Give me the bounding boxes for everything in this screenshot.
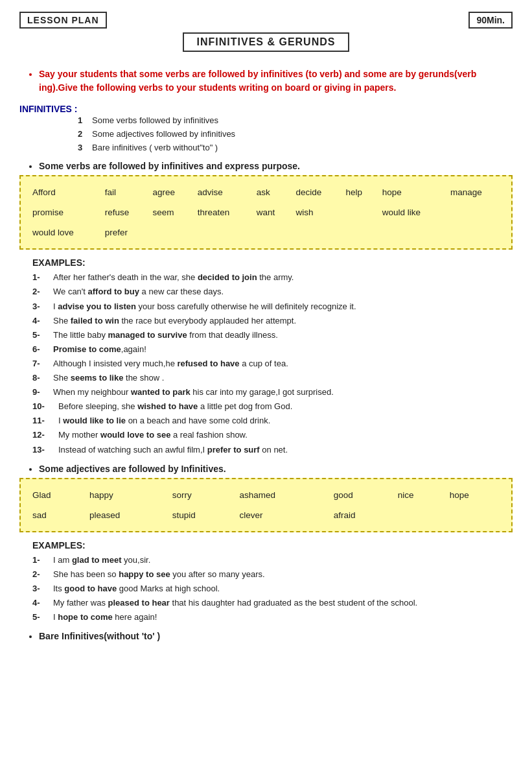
table-cell: happy — [86, 486, 167, 504]
ex-text: After her father's death in the war, she… — [53, 270, 294, 285]
table-cell: Afford — [29, 183, 100, 202]
list-item: 1- I am glad to meet you,sir. — [32, 553, 513, 567]
verbs-table: Afford fail agree advise ask decide help… — [27, 182, 505, 243]
table-cell — [148, 223, 503, 242]
list-item: 4- My father was pleased to hear that hi… — [32, 596, 513, 610]
lesson-plan-badge: LESSON PLAN — [19, 12, 107, 29]
ex-text: My father was pleased to hear that his d… — [53, 596, 417, 610]
table-cell: good — [330, 486, 393, 504]
table-cell: hope — [446, 486, 503, 504]
list-item: 10- Before sleeping, she wished to have … — [32, 399, 513, 414]
table-row: promise refuse seem threaten want wish w… — [29, 203, 503, 222]
table-row: would love prefer — [29, 223, 503, 242]
table-cell: nice — [394, 486, 445, 504]
item-text: Some adjectives followed by infinitives — [92, 128, 235, 141]
ex-text: Before sleeping, she wished to have a li… — [58, 399, 292, 414]
table-cell: would love — [29, 223, 100, 242]
verbs-bullet-section: Some verbs are followed by infinitives a… — [26, 161, 513, 171]
table-cell: agree — [148, 183, 192, 202]
table-cell: stupid — [168, 506, 235, 525]
table-cell: decide — [292, 183, 340, 202]
table-cell: Glad — [29, 486, 84, 504]
table-cell — [394, 506, 445, 525]
examples-header: EXAMPLES: — [32, 257, 513, 268]
ex-text: I am glad to meet you,sir. — [53, 553, 150, 567]
list-item: 3- I advise you to listen your boss care… — [32, 300, 513, 314]
table-cell: manage — [446, 183, 503, 202]
ex-text: My mother would love to see a real fashi… — [58, 428, 248, 442]
table-cell — [446, 506, 503, 525]
adj-bullet: Some adjectives are followed by Infiniti… — [39, 464, 513, 474]
ex-num: 1- — [32, 553, 51, 567]
list-item: 1 Some verbs followed by infinitives — [78, 114, 513, 128]
intro-section: Say your students that some verbs are fo… — [26, 67, 513, 95]
table-row: sad pleased stupid clever afraid — [29, 506, 503, 525]
ex-text: She seems to like the show . — [53, 371, 164, 385]
list-item: 13- Instead of watching such an awful fi… — [32, 443, 513, 457]
ex-num: 7- — [32, 357, 51, 371]
ex-text: She failed to win the race but everybody… — [53, 314, 296, 328]
adj-table: Glad happy sorry ashamed good nice hope … — [27, 484, 505, 526]
table-cell: prefer — [101, 223, 148, 242]
ex-text: Although I insisted very much,he refused… — [53, 357, 288, 371]
item-num: 1 — [78, 114, 87, 128]
table-cell: help — [341, 183, 376, 202]
table-cell: want — [253, 203, 291, 222]
list-item: 7- Although I insisted very much,he refu… — [32, 357, 513, 371]
ex-num: 9- — [32, 385, 51, 399]
list-item: 2- She has been so happy to see you afte… — [32, 567, 513, 582]
list-item: 3 Bare infinitives ( verb without"to" ) — [78, 141, 513, 155]
examples-list: 1- After her father's death in the war, … — [32, 270, 513, 456]
table-cell: would like — [378, 203, 445, 222]
infinitives-label: INFINITIVES : — [19, 104, 77, 114]
verbs-word-box: Afford fail agree advise ask decide help… — [19, 175, 513, 250]
ex-text: The little baby managed to survive from … — [53, 328, 278, 342]
adj-examples-list: 1- I am glad to meet you,sir. 2- She has… — [32, 553, 513, 624]
verbs-bullet: Some verbs are followed by infinitives a… — [39, 161, 513, 171]
ex-text: I would like to lie on a beach and have … — [58, 414, 270, 428]
ex-num: 10- — [32, 399, 51, 414]
table-cell: threaten — [194, 203, 251, 222]
item-text: Some verbs followed by infinitives — [92, 114, 218, 128]
ex-num: 5- — [32, 328, 51, 342]
table-cell: refuse — [101, 203, 148, 222]
list-item: 9- When my neighbour wanted to park his … — [32, 385, 513, 399]
ex-text: When my neighbour wanted to park his car… — [53, 385, 334, 399]
table-cell: fail — [101, 183, 148, 202]
ex-num: 4- — [32, 596, 51, 610]
ex-num: 2- — [32, 567, 51, 582]
table-row: Glad happy sorry ashamed good nice hope — [29, 486, 503, 504]
list-item: 8- She seems to like the show . — [32, 371, 513, 385]
table-row: Afford fail agree advise ask decide help… — [29, 183, 503, 202]
ex-num: 2- — [32, 285, 51, 299]
table-cell: seem — [148, 203, 192, 222]
intro-text: Say your students that some verbs are fo… — [39, 67, 513, 95]
ex-num: 8- — [32, 371, 51, 385]
table-cell: hope — [378, 183, 445, 202]
ex-num: 3- — [32, 582, 51, 596]
table-cell: sorry — [168, 486, 235, 504]
ex-text: I advise you to listen your boss careful… — [53, 300, 356, 314]
table-cell: pleased — [86, 506, 167, 525]
page-title: INFINITIVES & GERUNDS — [183, 32, 350, 52]
table-cell: ask — [253, 183, 291, 202]
item-text: Bare infinitives ( verb without"to" ) — [92, 141, 218, 155]
table-cell: ashamed — [236, 486, 329, 504]
ex-num: 13- — [32, 443, 51, 457]
list-item: 3- Its good to have good Marks at high s… — [32, 582, 513, 596]
list-item: 2 Some adjectives followed by infinitive… — [78, 128, 513, 141]
list-item: 6- Promise to come,again! — [32, 342, 513, 357]
ex-text: Promise to come,again! — [53, 342, 146, 357]
list-item: 11- I would like to lie on a beach and h… — [32, 414, 513, 428]
bare-bullet: Bare Infinitives(without 'to' ) — [39, 631, 513, 641]
bare-bullet-section: Bare Infinitives(without 'to' ) — [26, 631, 513, 641]
table-cell — [446, 203, 503, 222]
ex-text: I hope to come here again! — [53, 610, 157, 624]
ex-num: 5- — [32, 610, 51, 624]
infinitives-list: 1 Some verbs followed by infinitives 2 S… — [78, 114, 513, 154]
item-num: 2 — [78, 128, 87, 141]
ex-num: 1- — [32, 270, 51, 285]
ex-num: 4- — [32, 314, 51, 328]
table-cell: advise — [194, 183, 251, 202]
list-item: 1- After her father's death in the war, … — [32, 270, 513, 285]
